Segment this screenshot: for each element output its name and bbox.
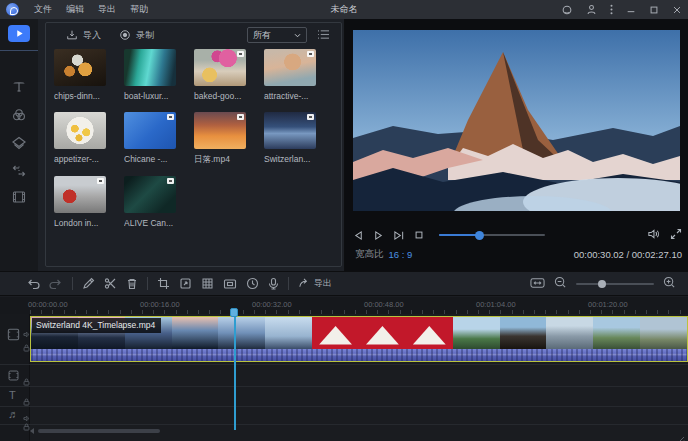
timeline-ruler[interactable]: 00:00:00.00 00:00:16.00 00:00:32.00 00:0…: [0, 297, 688, 314]
timecode: 00:00:30.02 / 00:02:27.10: [574, 249, 682, 260]
next-frame-button[interactable]: [393, 230, 405, 241]
playhead-line[interactable]: [234, 310, 236, 430]
menu-edit[interactable]: 编辑: [59, 0, 91, 19]
media-thumbnail: [54, 112, 106, 149]
seek-thumb[interactable]: [475, 231, 484, 240]
record-icon: [119, 29, 131, 41]
app-logo-icon: [6, 3, 19, 16]
view-options-icon[interactable]: [317, 29, 330, 42]
media-thumbnail: [124, 176, 176, 213]
track-lock-icon[interactable]: [23, 338, 30, 356]
timeline-zoom-thumb[interactable]: [598, 280, 606, 288]
media-thumbnail: [54, 49, 106, 86]
menu-file[interactable]: 文件: [27, 0, 59, 19]
media-item[interactable]: Switzerlan...: [264, 112, 324, 164]
playhead-handle[interactable]: [230, 308, 238, 317]
media-item[interactable]: Chicane -...: [124, 112, 184, 164]
minimize-button[interactable]: [626, 5, 636, 15]
stop-button[interactable]: [414, 230, 424, 240]
split-button[interactable]: [104, 277, 117, 290]
media-thumbnail: [124, 112, 176, 149]
media-item[interactable]: attractive-...: [264, 49, 324, 101]
zoom-clip-button[interactable]: [179, 277, 192, 290]
play-button[interactable]: [373, 230, 384, 241]
timeline-zoom-slider[interactable]: [576, 283, 654, 285]
media-thumbnail: [194, 112, 246, 149]
track-lock-icon[interactable]: [23, 417, 30, 435]
export-icon: [298, 277, 310, 291]
media-item[interactable]: chips-dinn...: [54, 49, 114, 101]
undo-button[interactable]: [26, 278, 40, 290]
zoom-in-icon[interactable]: [663, 275, 676, 293]
import-icon: [66, 29, 78, 41]
maximize-button[interactable]: [649, 5, 659, 15]
more-menu-icon[interactable]: [610, 4, 613, 15]
media-item[interactable]: ALIVE Can...: [124, 176, 184, 228]
aspect-ratio-value[interactable]: 16 : 9: [389, 249, 413, 260]
record-button[interactable]: 录制: [119, 29, 154, 42]
freeze-frame-button[interactable]: [223, 278, 237, 290]
timeline-export-button[interactable]: 导出: [298, 277, 332, 291]
chevron-down-icon: [294, 30, 301, 40]
edit-clip-button[interactable]: [82, 277, 95, 290]
scrollbar-left-arrow[interactable]: [30, 428, 34, 434]
volume-icon[interactable]: [647, 226, 660, 244]
video-badge-icon: [237, 51, 244, 57]
sidebar-item-elements[interactable]: [11, 189, 27, 205]
aspect-ratio-label: 宽高比: [355, 248, 384, 261]
ruler-label: 00:00:00.00: [28, 300, 68, 309]
prev-frame-button[interactable]: [353, 230, 364, 241]
media-item[interactable]: appetizer-...: [54, 112, 114, 164]
track-lock-icon[interactable]: [23, 372, 30, 390]
video-badge-icon: [307, 51, 314, 57]
video-preview[interactable]: [353, 30, 680, 211]
delete-button[interactable]: [126, 277, 138, 290]
left-sidebar: [0, 19, 38, 271]
edit-toolbar: 导出: [0, 271, 688, 296]
mosaic-button[interactable]: [201, 277, 214, 290]
menu-help[interactable]: 帮助: [123, 0, 155, 19]
clip-waveform: [31, 349, 687, 361]
media-thumbnail: [264, 49, 316, 86]
sidebar-item-media[interactable]: [8, 25, 30, 42]
media-item[interactable]: 日落.mp4: [194, 112, 254, 166]
crop-button[interactable]: [157, 277, 170, 290]
ruler-label: 00:00:16.00: [140, 300, 180, 309]
clip-name: Switzerland 4K_Timelapse.mp4: [32, 318, 161, 333]
resize-grip[interactable]: [676, 430, 685, 439]
timeline-clip[interactable]: Switzerland 4K_Timelapse.mp4: [30, 316, 688, 362]
media-item[interactable]: boat-luxur...: [124, 49, 184, 101]
account-icon[interactable]: [586, 4, 597, 15]
media-item[interactable]: baked-goo...: [194, 49, 254, 101]
ruler-label: 00:01:20.00: [588, 300, 628, 309]
sidebar-item-text[interactable]: [11, 79, 27, 95]
media-item[interactable]: London in...: [54, 176, 114, 228]
support-icon[interactable]: [561, 4, 573, 16]
fullscreen-icon[interactable]: [670, 226, 682, 244]
titlebar: 文件 编辑 导出 帮助 未命名: [0, 0, 688, 19]
pip-track-icon: [7, 368, 20, 386]
seek-slider[interactable]: [439, 234, 545, 236]
sidebar-item-overlays[interactable]: [11, 135, 27, 151]
redo-button[interactable]: [49, 278, 63, 290]
app-window: 文件 编辑 导出 帮助 未命名: [0, 0, 688, 441]
video-badge-icon: [237, 114, 244, 120]
ruler-label: 00:01:04.00: [476, 300, 516, 309]
voiceover-button[interactable]: [268, 277, 279, 290]
import-button[interactable]: 导入: [66, 29, 101, 42]
seek-progress: [439, 234, 479, 236]
close-button[interactable]: [672, 5, 682, 15]
video-badge-icon: [307, 114, 314, 120]
sidebar-item-transitions[interactable]: [11, 163, 27, 179]
horizontal-scrollbar[interactable]: [38, 429, 160, 433]
video-badge-icon: [167, 178, 174, 184]
menu-export[interactable]: 导出: [91, 0, 123, 19]
media-filter-dropdown[interactable]: 所有: [247, 27, 307, 43]
zoom-out-icon[interactable]: [554, 275, 567, 293]
duration-button[interactable]: [246, 277, 259, 290]
fit-timeline-icon[interactable]: [530, 275, 545, 293]
sidebar-item-filters[interactable]: [11, 107, 27, 123]
media-thumbnail: [264, 112, 316, 149]
video-badge-icon: [167, 114, 174, 120]
media-library-panel: 导入 录制 所有 chips-dinn...: [38, 19, 345, 271]
